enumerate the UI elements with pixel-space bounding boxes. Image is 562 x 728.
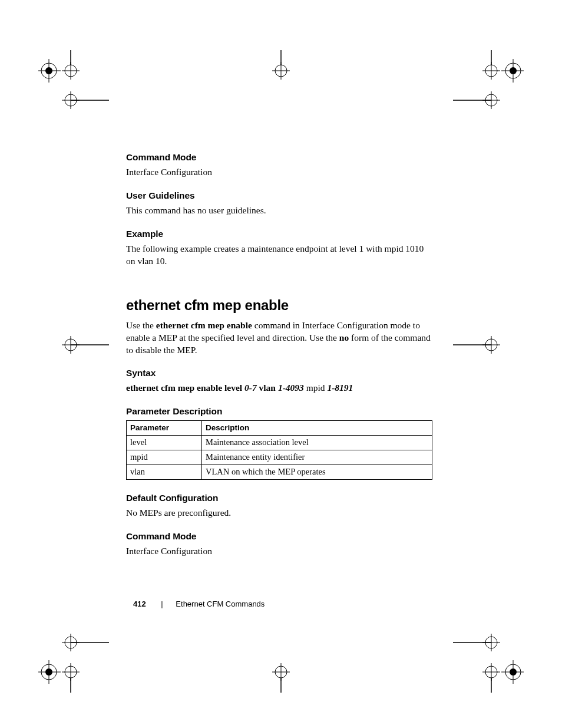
col-parameter: Parameter [127, 421, 202, 436]
registration-mark-mid-left [38, 324, 109, 365]
intro-cmd: ethernet cfm mep enable [156, 320, 252, 330]
heading-command-mode-2: Command Mode [126, 531, 432, 542]
text-syntax: ethernet cfm mep enable level 0-7 vlan 1… [126, 382, 432, 394]
heading-command-mode: Command Mode [126, 152, 432, 163]
svg-point-0 [41, 63, 57, 78]
svg-point-41 [510, 668, 517, 676]
heading-parameter-description: Parameter Description [126, 406, 432, 417]
heading-user-guidelines: User Guidelines [126, 190, 432, 201]
registration-mark-top-left [38, 50, 109, 121]
syntax-p2: vlan [257, 383, 278, 393]
syntax-p3: mpid [304, 383, 328, 393]
page-number: 412 [133, 599, 146, 608]
svg-point-20 [485, 94, 497, 106]
syntax-i3: 1-8191 [327, 383, 353, 393]
cell-param: level [127, 436, 202, 450]
syntax-i1: 0-7 [244, 383, 257, 393]
syntax-i2: 1-4093 [278, 383, 304, 393]
text-command-mode-2: Interface Configuration [126, 545, 432, 558]
svg-point-8 [65, 94, 77, 106]
registration-mark-bottom-right [453, 622, 524, 693]
svg-point-13 [510, 67, 517, 74]
text-user-guidelines: This command has no user guidelines. [126, 205, 432, 217]
text-default-configuration: No MEPs are preconfigured. [126, 507, 432, 519]
page-body: Command Mode Interface Configuration Use… [126, 152, 432, 569]
parameter-table: Parameter Description level Maintenance … [126, 420, 432, 480]
svg-point-29 [45, 668, 52, 676]
svg-point-56 [275, 65, 287, 77]
svg-point-4 [65, 65, 77, 77]
table-header-row: Parameter Description [127, 421, 432, 436]
intro-no: no [339, 332, 349, 342]
table-row: level Maintenance association level [127, 436, 432, 450]
registration-mark-mid-bottom [246, 651, 316, 693]
registration-mark-mid-top [246, 50, 316, 91]
svg-point-32 [65, 666, 77, 678]
heading-default-configuration: Default Configuration [126, 493, 432, 503]
svg-point-16 [485, 65, 497, 77]
svg-point-60 [275, 666, 287, 678]
text-example: The following example creates a maintena… [126, 243, 432, 268]
intro-pre: Use the [126, 320, 156, 330]
svg-point-1 [45, 67, 52, 74]
registration-mark-top-right [453, 50, 524, 121]
footer-separator: | [161, 599, 163, 608]
cell-param: vlan [127, 465, 202, 480]
page-footer: 412 | Ethernet CFM Commands [133, 599, 265, 608]
svg-point-44 [485, 666, 497, 678]
col-description: Description [202, 421, 432, 436]
cell-param: mpid [127, 450, 202, 465]
registration-mark-mid-right [453, 324, 524, 365]
heading-example: Example [126, 229, 432, 239]
table-row: vlan VLAN on which the MEP operates [127, 465, 432, 480]
svg-point-52 [485, 339, 497, 351]
text-command-mode: Interface Configuration [126, 166, 432, 179]
svg-point-12 [505, 63, 521, 78]
cell-desc: Maintenance association level [202, 436, 432, 450]
syntax-p1: ethernet cfm mep enable level [126, 383, 244, 393]
svg-point-24 [65, 637, 77, 648]
svg-point-40 [505, 664, 521, 680]
svg-point-28 [41, 664, 57, 680]
cell-desc: Maintenance entity identifier [202, 450, 432, 465]
svg-point-48 [65, 339, 77, 351]
heading-syntax: Syntax [126, 368, 432, 378]
cell-desc: VLAN on which the MEP operates [202, 465, 432, 480]
command-title: ethernet cfm mep enable [126, 297, 432, 314]
chapter-name: Ethernet CFM Commands [176, 599, 265, 608]
text-intro: Use the ethernet cfm mep enable command … [126, 319, 432, 357]
svg-point-36 [485, 637, 497, 648]
table-row: mpid Maintenance entity identifier [127, 450, 432, 465]
registration-mark-bottom-left [38, 622, 109, 693]
